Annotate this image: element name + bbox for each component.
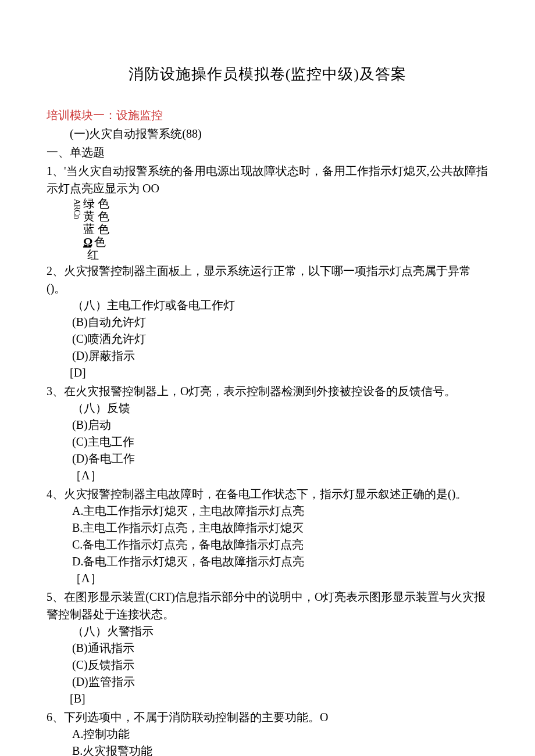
option-c: (C)主电工作 <box>47 433 488 450</box>
question-text: 5、在图形显示装置(CRT)信息指示部分中的说明中，O灯亮表示图形显示装置与火灾… <box>47 588 488 623</box>
option-b: B.火灾报警功能 <box>47 743 488 756</box>
option-a: A.控制功能 <box>47 726 488 743</box>
question-text: 4、火灾报警控制器主电故障时，在备电工作状态下，指示灯显示叙述正确的是()。 <box>47 485 488 503</box>
document-title: 消防设施操作员模拟卷(监控中级)及答案 <box>47 63 488 85</box>
option-d: D.备电工作指示灯熄灭，备电故障指示灯点亮 <box>47 553 488 570</box>
option-b: (B)启动 <box>47 417 488 433</box>
omega-icon: Ω <box>83 238 91 248</box>
question-2: 2、火灾报警控制器主面板上，显示系统运行正常，以下哪一项指示灯点亮属于异常()。… <box>47 262 488 381</box>
question-1: 1、'当火灾自动报警系统的备用电源出现故障状态时，备用工作指示灯熄灭,公共故障指… <box>47 162 488 261</box>
question-4: 4、火灾报警控制器主电故障时，在备电工作状态下，指示灯显示叙述正确的是()。 A… <box>47 485 488 587</box>
question-text: 3、在火灾报警控制器上，O灯亮，表示控制器检测到外接被控设备的反馈信号。 <box>47 382 488 400</box>
answer: [B] <box>47 690 488 707</box>
question-3: 3、在火灾报警控制器上，O灯亮，表示控制器检测到外接被控设备的反馈信号。 （八）… <box>47 382 488 484</box>
question-type-heading: 一、单选题 <box>47 144 488 161</box>
module-heading: 培训模块一：设施监控 <box>47 106 488 124</box>
q1-option-labels: ARCn <box>72 197 82 218</box>
question-text: 2、火灾报警控制器主面板上，显示系统运行正常，以下哪一项指示灯点亮属于异常()。 <box>47 262 488 297</box>
q1-opt-blue: 蓝 色 <box>83 223 109 235</box>
option-d: (D)监管指示 <box>47 673 488 690</box>
q1-opt-green: 绿 色 <box>83 197 109 210</box>
q1-opt-yellow: 黄 色 <box>83 210 109 223</box>
option-c: (C)反馈指示 <box>47 657 488 673</box>
option-c: C.备电工作指示灯点亮，备电故障指示灯点亮 <box>47 536 488 553</box>
option-d: (D)备电工作 <box>47 450 488 467</box>
option-a: A.主电工作指示灯熄灭，主电故障指示灯点亮 <box>47 503 488 519</box>
answer: ［Λ］ <box>47 570 488 587</box>
q1-opt-last-suffix: 色 <box>91 235 106 248</box>
option-a: （八）主电工作灯或备电工作灯 <box>47 297 488 314</box>
question-1-options: ARCn 绿 色 黄 色 蓝 色 Ω 色 <box>47 197 488 248</box>
option-a: （八）火警指示 <box>47 623 488 640</box>
option-b: (B)通讯指示 <box>47 640 488 657</box>
answer: [D] <box>47 364 488 381</box>
question-5: 5、在图形显示装置(CRT)信息指示部分中的说明中，O灯亮表示图形显示装置与火灾… <box>47 588 488 707</box>
document-page: 消防设施操作员模拟卷(监控中级)及答案 培训模块一：设施监控 (一)火灾自动报警… <box>0 0 535 756</box>
sub-section-heading: (一)火灾自动报警系统(88) <box>47 125 488 142</box>
option-b: (B)自动允许灯 <box>47 314 488 331</box>
question-text: 6、下列选项中，不属于消防联动控制器的主要功能。O <box>47 708 488 726</box>
q1-option-chars: 绿 色 黄 色 蓝 色 Ω 色 <box>83 197 109 248</box>
option-c: (C)喷洒允许灯 <box>47 331 488 347</box>
q1-opt-last: Ω 色 <box>83 235 109 248</box>
q1-opt-red: 红 <box>47 248 488 261</box>
option-d: (D)屏蔽指示 <box>47 347 488 364</box>
option-b: B.主电工作指示灯点亮，主电故障指示灯熄灭 <box>47 519 488 536</box>
answer: ［Λ］ <box>47 467 488 484</box>
question-text: 1、'当火灾自动报警系统的备用电源出现故障状态时，备用工作指示灯熄灭,公共故障指… <box>47 162 488 197</box>
option-a: （八）反馈 <box>47 400 488 417</box>
question-6: 6、下列选项中，不属于消防联动控制器的主要功能。O A.控制功能 B.火灾报警功… <box>47 708 488 756</box>
